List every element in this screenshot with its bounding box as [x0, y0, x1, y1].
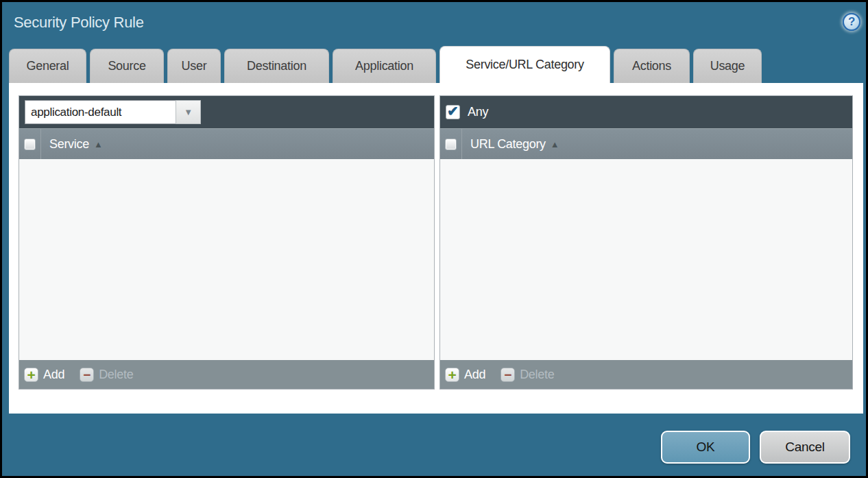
add-plus-icon: +: [445, 368, 459, 382]
chevron-down-icon: ▼: [184, 107, 193, 117]
sort-ascending-icon: ▲: [94, 139, 103, 150]
service-list-area[interactable]: [19, 159, 434, 360]
ok-button[interactable]: OK: [661, 431, 750, 464]
help-icon[interactable]: ?: [843, 13, 860, 31]
url-category-column-label: URL Category: [470, 137, 546, 152]
service-column-header[interactable]: Service ▲: [19, 128, 434, 159]
service-column-label: Service: [49, 137, 89, 152]
any-label: Any: [468, 105, 488, 119]
delete-minus-icon: −: [80, 368, 94, 382]
url-category-select-all-cell: [440, 129, 462, 159]
tab-bar: General Source User Destination Applicat…: [9, 49, 762, 83]
dialog-title: Security Policy Rule: [14, 14, 144, 32]
service-panel: ▼ Service ▲ + Add − Delete: [19, 95, 435, 390]
service-add-button[interactable]: + Add: [24, 368, 64, 382]
tab-usage[interactable]: Usage: [693, 49, 762, 83]
delete-minus-icon: −: [501, 368, 515, 382]
tab-general[interactable]: General: [9, 49, 86, 83]
tab-actions[interactable]: Actions: [614, 49, 690, 83]
add-plus-icon: +: [24, 368, 38, 382]
url-category-panel-toolbar: ✔ Any: [440, 96, 852, 128]
tab-source[interactable]: Source: [90, 49, 164, 83]
service-panel-toolbar: ▼: [19, 96, 434, 128]
service-select-all-checkbox[interactable]: [24, 139, 36, 150]
tab-content-sheet: ▼ Service ▲ + Add − Delete: [9, 83, 863, 414]
service-type-dropdown-button[interactable]: ▼: [176, 100, 201, 124]
cancel-button[interactable]: Cancel: [760, 431, 850, 464]
sort-ascending-icon: ▲: [551, 139, 559, 150]
url-category-panel-footer: + Add − Delete: [440, 360, 852, 389]
service-delete-button[interactable]: − Delete: [80, 368, 133, 382]
service-panel-footer: + Add − Delete: [19, 360, 434, 389]
url-category-add-button[interactable]: + Add: [445, 368, 485, 382]
service-type-input[interactable]: [25, 100, 176, 124]
url-category-list-area[interactable]: [440, 159, 852, 360]
url-category-delete-button[interactable]: − Delete: [501, 368, 554, 382]
security-policy-rule-dialog: Security Policy Rule ? General Source Us…: [0, 0, 868, 478]
service-type-combo: ▼: [25, 100, 201, 124]
tab-user[interactable]: User: [167, 49, 221, 83]
url-category-panel: ✔ Any URL Category ▲ + Add − Delete: [439, 95, 853, 390]
tab-application[interactable]: Application: [333, 49, 436, 83]
service-select-all-cell: [19, 129, 41, 159]
tab-service-url-category[interactable]: Service/URL Category: [439, 46, 610, 83]
url-category-column-header[interactable]: URL Category ▲: [440, 128, 852, 159]
checkmark-icon: ✔: [447, 103, 458, 119]
tab-destination[interactable]: Destination: [224, 49, 329, 83]
any-checkbox[interactable]: ✔: [446, 105, 460, 119]
url-category-select-all-checkbox[interactable]: [445, 139, 457, 150]
